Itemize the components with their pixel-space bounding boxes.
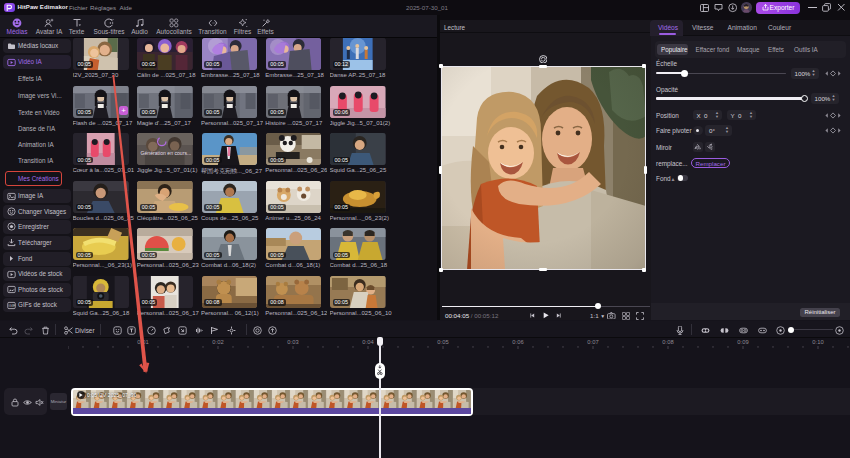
svg-text:GIF: GIF [9, 303, 16, 308]
